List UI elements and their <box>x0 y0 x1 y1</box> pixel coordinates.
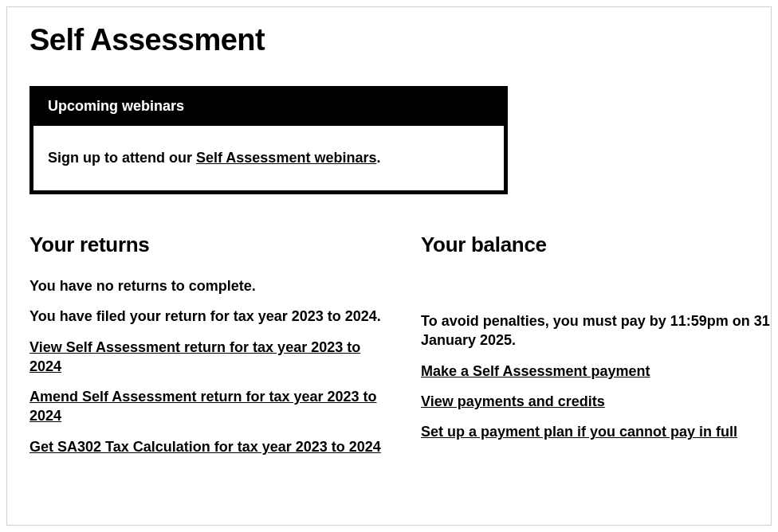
balance-column: Your balance To avoid penalties, you mus… <box>421 233 778 467</box>
returns-no-returns-text: You have no returns to complete. <box>29 276 389 295</box>
page-title: Self Assessment <box>29 23 749 57</box>
webinar-body-suffix: . <box>376 150 380 166</box>
returns-heading: Your returns <box>29 233 389 257</box>
view-payments-credits-link[interactable]: View payments and credits <box>421 393 605 409</box>
upcoming-webinars-panel: Upcoming webinars Sign up to attend our … <box>29 86 508 194</box>
amend-return-link[interactable]: Amend Self Assessment return for tax yea… <box>29 389 377 424</box>
webinar-body-prefix: Sign up to attend our <box>48 150 196 166</box>
returns-column: Your returns You have no returns to comp… <box>29 233 389 467</box>
main-columns: Your returns You have no returns to comp… <box>29 233 749 467</box>
balance-notice: To avoid penalties, you must pay by 11:5… <box>421 311 778 350</box>
setup-payment-plan-link[interactable]: Set up a payment plan if you cannot pay … <box>421 424 737 440</box>
self-assessment-webinars-link[interactable]: Self Assessment webinars <box>196 150 376 166</box>
upcoming-webinars-body: Sign up to attend our Self Assessment we… <box>33 126 504 190</box>
get-sa302-link[interactable]: Get SA302 Tax Calculation for tax year 2… <box>29 439 381 455</box>
returns-filed-notice: You have filed your return for tax year … <box>29 307 389 326</box>
upcoming-webinars-header: Upcoming webinars <box>33 90 504 126</box>
make-payment-link[interactable]: Make a Self Assessment payment <box>421 363 650 379</box>
balance-heading: Your balance <box>421 233 778 257</box>
view-return-link[interactable]: View Self Assessment return for tax year… <box>29 339 360 374</box>
balance-spacer <box>421 276 778 311</box>
page-container: Self Assessment Upcoming webinars Sign u… <box>6 6 772 526</box>
